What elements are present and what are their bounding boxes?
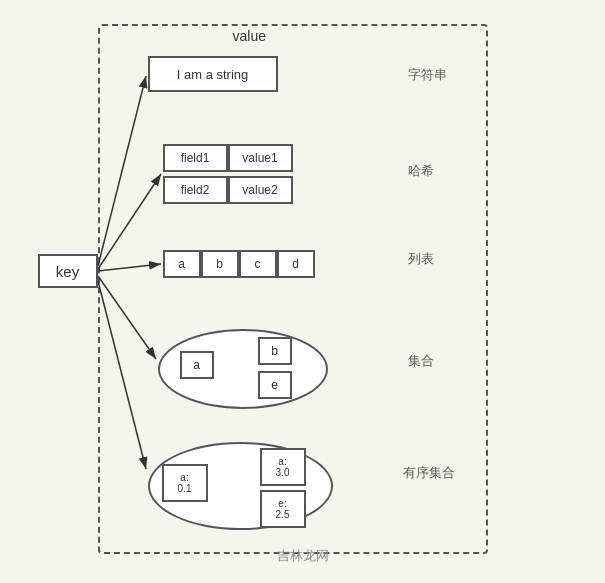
- hash-field1: field1: [163, 144, 228, 172]
- hash-value2: value2: [228, 176, 293, 204]
- zset-c-key: e:: [278, 498, 286, 509]
- string-value-text: I am a string: [177, 67, 249, 82]
- set-item-b: b: [258, 337, 292, 365]
- list-container: a b c d: [163, 250, 315, 278]
- value-label: value: [233, 28, 266, 44]
- list-item-b: b: [201, 250, 239, 278]
- string-value-box: I am a string: [148, 56, 278, 92]
- zset-container: a: 0.1 a: 3.0 e: 2.5: [148, 442, 333, 530]
- hash-type-label: 哈希: [408, 162, 434, 180]
- watermark: 吉林龙网: [277, 547, 329, 565]
- zset-c-score: 2.5: [276, 509, 290, 520]
- zset-b-score: 3.0: [276, 467, 290, 478]
- string-type-label: 字符串: [408, 66, 447, 84]
- list-type-label: 列表: [408, 250, 434, 268]
- key-label: key: [56, 263, 79, 280]
- hash-row-2: field2 value2: [163, 176, 293, 204]
- zset-item-c: e: 2.5: [260, 490, 306, 528]
- diagram-container: value key I am a string 字符串 field1 value…: [18, 14, 588, 569]
- list-item-a: a: [163, 250, 201, 278]
- hash-container: field1 value1 field2 value2: [163, 144, 293, 204]
- list-item-d: d: [277, 250, 315, 278]
- zset-item-b: a: 3.0: [260, 448, 306, 486]
- zset-a-key: a:: [180, 472, 188, 483]
- set-item-a: a: [180, 351, 214, 379]
- zset-item-a: a: 0.1: [162, 464, 208, 502]
- set-container: a b e: [158, 329, 328, 409]
- zset-b-key: a:: [278, 456, 286, 467]
- zset-type-label: 有序集合: [403, 464, 455, 482]
- zset-a-score: 0.1: [178, 483, 192, 494]
- list-item-c: c: [239, 250, 277, 278]
- key-box: key: [38, 254, 98, 288]
- hash-field2: field2: [163, 176, 228, 204]
- hash-row-1: field1 value1: [163, 144, 293, 172]
- hash-value1: value1: [228, 144, 293, 172]
- set-item-c: e: [258, 371, 292, 399]
- set-type-label: 集合: [408, 352, 434, 370]
